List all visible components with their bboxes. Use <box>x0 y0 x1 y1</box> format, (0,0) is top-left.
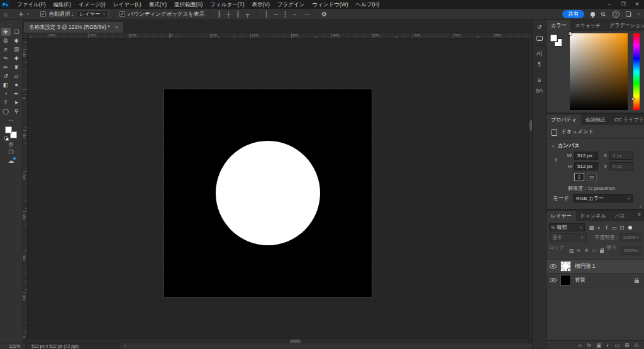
bounding-box-checkbox[interactable]: ✓ <box>119 11 125 17</box>
chevron-down-icon[interactable]: ∨ <box>26 13 29 16</box>
marquee-tool[interactable]: ☐ <box>12 28 21 36</box>
layer-name[interactable]: 楕円形 1 <box>575 263 596 270</box>
menu-item[interactable]: 書式(Y) <box>145 0 170 9</box>
crop-tool[interactable]: # <box>1 45 11 53</box>
distribute-v-icon[interactable]: ┋ <box>262 11 270 18</box>
tab-adjustments[interactable]: 色調補正 <box>581 114 610 125</box>
vertical-scrollbar-thumb[interactable] <box>530 120 532 131</box>
ellipse-tool[interactable]: ◯ <box>1 107 11 115</box>
fill-field[interactable]: 100% ∨ <box>621 247 641 255</box>
delete-layer-icon[interactable]: ♺ <box>634 342 639 348</box>
document-tab[interactable]: 名称未設定 3 @ 121% (RGB/8#) * ✕ <box>24 22 123 33</box>
minimize-button[interactable]: – <box>602 0 616 9</box>
dock-divider-2[interactable] <box>535 72 545 72</box>
width-field[interactable]: 512 px <box>574 152 598 160</box>
landscape-orientation-button[interactable]: ▭ <box>587 173 597 181</box>
more-options-icon[interactable]: ⋯ <box>304 9 311 19</box>
lock-transparency-icon[interactable]: ▨ <box>569 248 575 253</box>
align-center-h-icon[interactable]: ┼ <box>225 11 233 18</box>
saturation-brightness-field[interactable] <box>570 33 628 110</box>
clone-stamp-tool[interactable]: ♜ <box>12 63 21 71</box>
restore-button[interactable]: ❐ <box>616 0 630 9</box>
search-icon[interactable]: ⚲ <box>599 9 609 19</box>
filter-smart-object-icon[interactable]: ⊡ <box>618 224 625 231</box>
color-mode-dropdown[interactable]: RGB カラー ∨ <box>573 194 633 202</box>
canvas-section-header[interactable]: ∨ カンバス <box>547 139 644 152</box>
height-field[interactable]: 512 px <box>574 162 598 170</box>
menu-item[interactable]: ヘルプ(H) <box>352 0 384 9</box>
portrait-orientation-button[interactable]: ▯ <box>574 173 584 181</box>
filter-shape-icon[interactable]: ▭ <box>611 224 618 231</box>
auto-select-dropdown[interactable]: レイヤー ∨ <box>77 10 109 18</box>
status-chevron-icon[interactable]: › <box>125 344 126 348</box>
share-button[interactable]: 共有 <box>562 10 584 18</box>
zoom-level[interactable]: 121% <box>9 344 20 348</box>
dock-divider-1[interactable] <box>535 45 545 46</box>
menu-item[interactable]: ファイル(F) <box>13 0 50 9</box>
filter-adjustment-icon[interactable]: ◐ <box>596 224 602 231</box>
lasso-tool[interactable]: ✇ <box>1 36 11 45</box>
dodge-tool[interactable]: ◔ <box>1 89 11 97</box>
quick-mask-icon[interactable]: ◎ <box>9 141 14 147</box>
tab-paths[interactable]: パス <box>611 211 630 221</box>
new-group-icon[interactable]: ▭ <box>614 342 619 348</box>
canvas-area[interactable]: 3002001000100200300400500600700800 10001… <box>23 33 532 343</box>
healing-brush-tool[interactable]: ✚ <box>12 54 21 62</box>
link-dimensions-icon[interactable]: ∞ <box>553 158 559 162</box>
toolbar-grip[interactable]: ›› <box>9 23 13 26</box>
tab-color[interactable]: カラー <box>547 20 570 31</box>
document-size-status[interactable]: 512 px x 512 px (72 ppi) <box>25 343 119 349</box>
layer-visibility-eye-icon[interactable] <box>550 278 557 282</box>
new-layer-icon[interactable]: ⊞ <box>625 342 629 348</box>
character-panel-button[interactable]: A| <box>535 50 545 57</box>
brush-tool[interactable]: ✏ <box>1 63 11 71</box>
lock-position-icon[interactable]: ✛ <box>584 248 590 253</box>
layer-visibility-eye-icon[interactable] <box>550 264 557 269</box>
menu-item[interactable]: 選択範囲(S) <box>170 0 206 9</box>
layer-thumbnail[interactable] <box>560 261 571 272</box>
add-mask-icon[interactable]: ▣ <box>596 342 601 348</box>
align-top-icon[interactable]: ┯ <box>243 11 252 18</box>
tab-cc-libraries[interactable]: CC ライブラリ <box>610 114 644 125</box>
screen-mode-icon[interactable]: ❐ <box>8 149 13 155</box>
menu-item[interactable]: イメージ(I) <box>75 0 109 9</box>
close-button[interactable]: ✕ <box>630 0 644 9</box>
color-field-cursor[interactable] <box>569 32 572 35</box>
scroll-down-icon[interactable]: ∨ <box>640 204 642 208</box>
character-styles-panel-button[interactable]: aA <box>535 87 545 94</box>
type-tool[interactable]: T <box>1 98 11 106</box>
menu-item[interactable]: レイヤー(L) <box>109 0 145 9</box>
history-panel-button[interactable]: ↺ <box>535 24 545 30</box>
foreground-background-swatches[interactable] <box>5 126 18 139</box>
menu-item[interactable]: プラグイン <box>274 0 309 9</box>
x-field[interactable]: 0 px <box>609 152 633 160</box>
foreground-color-swatch[interactable] <box>5 126 12 133</box>
layer-thumbnail[interactable] <box>560 275 571 285</box>
move-tool[interactable]: ✛ <box>1 28 11 36</box>
move-tool-icon[interactable]: ✛ <box>18 9 23 19</box>
filter-type-icon[interactable]: T <box>603 224 610 231</box>
help-icon[interactable]: ? <box>613 11 619 18</box>
layer-row-ellipse-1[interactable]: 楕円形 1 <box>547 260 644 274</box>
opacity-field[interactable]: 100% ∨ <box>620 233 641 241</box>
menu-item[interactable]: 表示(V) <box>248 0 273 9</box>
align-left-icon[interactable]: ┠ <box>215 11 223 18</box>
workspace-switcher-icon[interactable]: ❏ <box>626 9 631 19</box>
tab-channels[interactable]: チャンネル <box>576 211 611 221</box>
lock-all-icon[interactable] <box>600 250 604 253</box>
path-selection-tool[interactable]: ➤ <box>12 98 21 106</box>
hue-slider[interactable] <box>633 33 640 110</box>
blur-tool[interactable]: ● <box>12 80 21 89</box>
panel-menu-icon[interactable]: ≡ <box>638 211 644 221</box>
lock-paint-icon[interactable]: ✏ <box>576 248 582 253</box>
horizontal-scrollbar[interactable] <box>23 338 528 343</box>
glyphs-panel-button[interactable]: a <box>535 77 545 83</box>
filter-toggle-icon[interactable] <box>628 226 632 230</box>
eyedropper-tool[interactable]: ✑ <box>1 54 11 62</box>
foreground-color-swatch[interactable] <box>550 34 558 42</box>
layer-style-icon[interactable]: fx <box>587 342 591 348</box>
menu-item[interactable]: ウィンドウ(W) <box>308 0 352 9</box>
distribute-h-icon[interactable]: ┅ <box>272 11 280 18</box>
ellipse-shape[interactable] <box>216 141 320 245</box>
menu-item[interactable]: フィルター(T) <box>206 0 248 9</box>
